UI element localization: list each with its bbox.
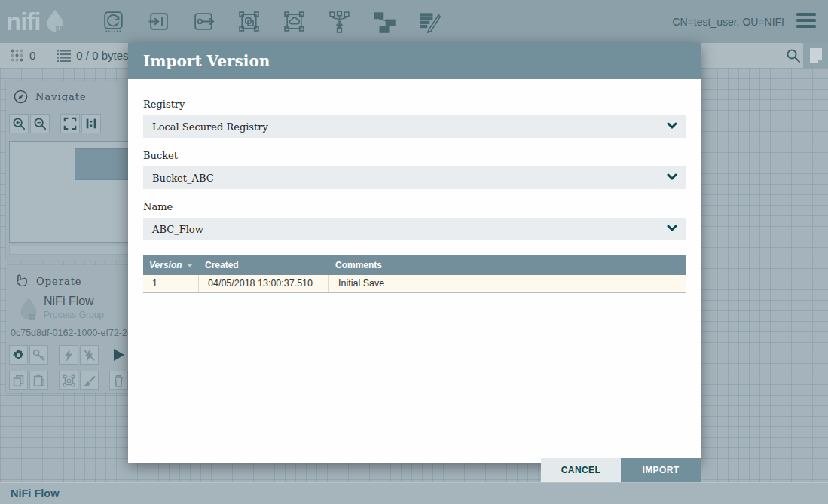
- registry-combo[interactable]: Local Secured Registry: [143, 115, 686, 138]
- configuration-button[interactable]: [9, 345, 28, 365]
- zoom-in-icon: [12, 117, 26, 130]
- zoom-out-icon: [33, 117, 47, 130]
- label-icon[interactable]: [418, 10, 441, 33]
- name-combo[interactable]: ABC_Flow: [143, 218, 686, 240]
- bucket-combo[interactable]: Bucket_ABC: [143, 166, 686, 189]
- bucket-field-label: Bucket: [143, 150, 686, 161]
- versions-table: Version Created Comments 1 04/05/2018 13…: [143, 255, 686, 293]
- paint-brush-icon: [83, 374, 96, 387]
- import-button[interactable]: IMPORT: [621, 458, 701, 482]
- key-icon: [32, 349, 45, 362]
- compass-icon: [14, 90, 28, 104]
- breadcrumb-bar: NiFi Flow: [0, 482, 828, 504]
- zoom-out-button[interactable]: [30, 114, 50, 133]
- search-icon[interactable]: [786, 48, 801, 63]
- breadcrumb[interactable]: NiFi Flow: [11, 487, 59, 499]
- active-threads-stat: 0: [10, 48, 35, 63]
- current-user-label: CN=test_user, OU=NIFI: [672, 16, 784, 28]
- threads-grid-icon: [10, 48, 24, 63]
- access-policies-button[interactable]: [29, 345, 48, 365]
- chevron-down-icon: [667, 225, 677, 232]
- operate-buttons-row1: [9, 345, 130, 365]
- lightning-bolt-icon: [63, 349, 75, 362]
- zoom-in-button[interactable]: [9, 114, 29, 133]
- copy-button[interactable]: [9, 371, 28, 390]
- documentation-button[interactable]: [803, 43, 828, 68]
- zoom-actual-size-button[interactable]: [81, 114, 101, 133]
- versions-table-header: Version Created Comments: [143, 255, 686, 275]
- navigate-panel-header: Navigate: [6, 81, 130, 104]
- queued-list-icon: [57, 50, 71, 62]
- paste-icon: [32, 374, 45, 387]
- disable-button[interactable]: [80, 345, 99, 365]
- zoom-fit-button[interactable]: [60, 114, 80, 133]
- remote-process-group-icon[interactable]: [283, 10, 306, 33]
- queued-stat: 0 / 0 bytes: [57, 49, 128, 62]
- birdseye-footer: [9, 246, 133, 255]
- operate-panel: Operate NiFi Flow Process Group 0c75d8df…: [6, 265, 130, 393]
- processor-icon[interactable]: [102, 10, 125, 33]
- dialog-body: Registry Local Secured Registry Bucket B…: [128, 99, 701, 482]
- dialog-buttons: CANCEL IMPORT: [541, 458, 701, 482]
- paste-button[interactable]: [29, 371, 48, 390]
- group-icon: [63, 374, 75, 387]
- chevron-down-icon: [667, 122, 677, 130]
- enable-button[interactable]: [59, 345, 78, 365]
- component-toolbar: [102, 10, 441, 33]
- status-bar-right: [701, 43, 828, 68]
- cell-version: 1: [143, 275, 199, 292]
- name-combo-value: ABC_Flow: [152, 224, 203, 235]
- selected-component-card: NiFi Flow Process Group 0c75d8df-0162-10…: [6, 295, 130, 338]
- process-group-icon[interactable]: [237, 10, 261, 33]
- hand-icon: [14, 273, 29, 289]
- app-header: nifi: [0, 0, 828, 43]
- operate-flow-name: NiFi Flow: [44, 295, 130, 308]
- color-button[interactable]: [80, 371, 99, 390]
- template-icon[interactable]: [373, 10, 396, 33]
- cancel-button[interactable]: CANCEL: [541, 458, 621, 482]
- process-group-drop-icon: [17, 296, 41, 326]
- sort-desc-icon: [187, 264, 193, 267]
- global-menu-icon[interactable]: [796, 13, 816, 31]
- import-version-dialog: Import Version Registry Local Secured Re…: [128, 43, 701, 463]
- birdseye-minimap[interactable]: [9, 141, 133, 243]
- input-port-icon[interactable]: [147, 10, 170, 33]
- delete-button[interactable]: [109, 371, 128, 390]
- operate-panel-header: Operate: [6, 265, 130, 289]
- funnel-icon[interactable]: [328, 10, 351, 33]
- name-field-label: Name: [143, 201, 686, 212]
- dialog-header: Import Version: [128, 43, 701, 79]
- column-header-created[interactable]: Created: [199, 260, 329, 270]
- trash-icon: [113, 374, 124, 387]
- copy-icon: [12, 374, 25, 387]
- operate-buttons-row2: [9, 371, 130, 390]
- nifi-logo: nifi: [6, 7, 70, 37]
- registry-combo-value: Local Secured Registry: [152, 121, 268, 133]
- navigate-panel: Navigate: [6, 81, 130, 261]
- queued-count: 0 / 0 bytes: [76, 49, 128, 62]
- play-icon: [111, 347, 126, 362]
- start-button[interactable]: [109, 345, 128, 365]
- operate-flow-type: Process Group: [44, 310, 130, 320]
- active-threads-count: 0: [29, 49, 35, 62]
- dialog-title: Import Version: [143, 52, 270, 70]
- nifi-logo-text: nifi: [6, 9, 40, 34]
- column-header-version[interactable]: Version: [143, 260, 199, 270]
- navigate-panel-title: Navigate: [35, 91, 87, 102]
- zoom-fit-icon: [63, 117, 77, 130]
- column-header-comments[interactable]: Comments: [329, 260, 686, 270]
- lightning-slash-icon: [83, 349, 96, 362]
- document-icon: [809, 47, 823, 63]
- registry-field-label: Registry: [143, 99, 686, 110]
- nifi-drop-logo-icon: [40, 7, 70, 37]
- cell-comments: Initial Save: [329, 275, 686, 292]
- navigate-buttons: [9, 114, 130, 133]
- output-port-icon[interactable]: [192, 10, 215, 33]
- bucket-combo-value: Bucket_ABC: [152, 173, 214, 184]
- operate-panel-title: Operate: [36, 276, 82, 287]
- version-table-row[interactable]: 1 04/05/2018 13:00:37.510 Initial Save: [143, 275, 686, 292]
- group-button[interactable]: [59, 371, 78, 390]
- user-area: CN=test_user, OU=NIFI: [672, 0, 784, 43]
- one-to-one-icon: [84, 117, 98, 130]
- chevron-down-icon: [667, 173, 677, 181]
